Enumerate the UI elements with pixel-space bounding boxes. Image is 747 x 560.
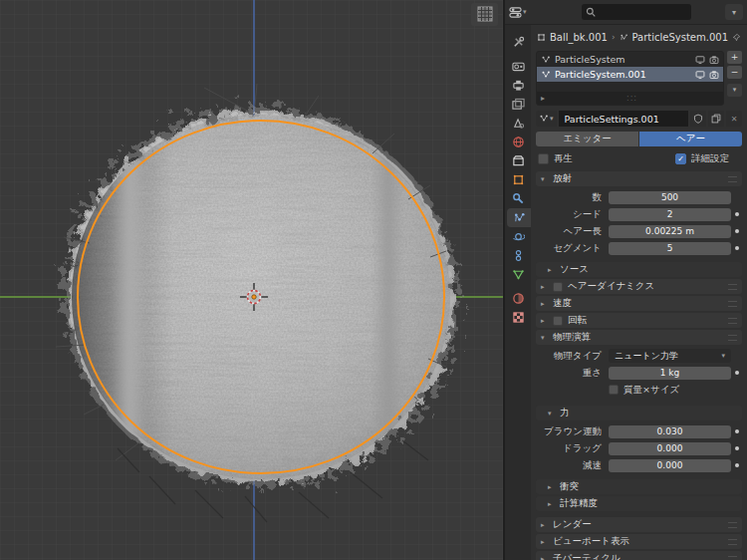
panel-grip[interactable] — [728, 522, 737, 528]
hair-dynamics-checkbox[interactable] — [553, 282, 563, 292]
brownian-field[interactable]: 0.030 — [609, 425, 731, 438]
panel-grip[interactable] — [728, 335, 737, 341]
drag-field[interactable]: 0.000 — [609, 442, 731, 455]
physics-type-row: 物理タイプ ニュートン力学 ▾ — [536, 349, 742, 363]
keyframe-dot[interactable] — [735, 429, 739, 433]
tab-texture[interactable] — [505, 308, 531, 327]
physics-type-value: ニュートン力学 — [615, 350, 678, 363]
keyframe-dot[interactable] — [735, 463, 739, 467]
seed-row: シード 2 — [536, 207, 742, 221]
camera-icon[interactable] — [709, 55, 719, 65]
tab-scene[interactable] — [505, 114, 531, 133]
browse-settings-button[interactable]: ▾ — [536, 111, 557, 127]
list-footer: ▸ ::: — [537, 92, 723, 105]
tab-particles-active[interactable] — [507, 208, 531, 227]
keyframe-dot[interactable] — [735, 229, 739, 233]
add-particle-system-button[interactable]: + — [727, 51, 742, 64]
panel-emission[interactable]: ▾ 放射 — [536, 171, 742, 186]
segments-field[interactable]: 5 — [609, 242, 731, 255]
seed-field[interactable]: 2 — [609, 208, 731, 221]
particles-icon — [539, 114, 549, 124]
panel-grip[interactable] — [728, 284, 737, 290]
monitor-icon[interactable] — [695, 55, 705, 65]
tab-view-layer[interactable] — [505, 95, 531, 114]
panel-source[interactable]: ▸ ソース — [536, 262, 742, 277]
editor-type-button[interactable]: ▾ — [509, 6, 527, 19]
panel-render[interactable]: ▸ レンダー — [536, 517, 742, 532]
tab-constraints[interactable] — [505, 246, 531, 265]
panel-forces[interactable]: ▾ 力 — [536, 406, 742, 420]
damp-field[interactable]: 0.000 — [609, 459, 731, 472]
number-row: 数 500 — [536, 190, 742, 204]
chevron-right-icon: ▸ — [541, 317, 548, 325]
resize-grip[interactable]: ::: — [626, 94, 637, 103]
panel-grip[interactable] — [728, 318, 737, 324]
specials-menu-button[interactable]: ▾ — [727, 84, 742, 97]
tab-modifiers[interactable] — [505, 189, 531, 208]
panel-grip[interactable] — [728, 176, 737, 182]
chevron-right-icon[interactable]: ▸ — [541, 94, 545, 103]
tab-physics[interactable] — [505, 227, 531, 246]
chevron-down-icon: ▾ — [732, 8, 736, 17]
tab-emitter[interactable]: エミッター — [536, 132, 638, 146]
regrow-checkbox[interactable] — [538, 153, 549, 164]
breadcrumb-object[interactable]: Ball_bk.001 — [550, 32, 608, 43]
tab-hair[interactable]: ヘアー — [639, 132, 742, 146]
hair-options-row: 再生 ✓ 詳細設定 — [538, 152, 742, 165]
tab-object[interactable] — [505, 170, 531, 189]
monitor-icon[interactable] — [695, 70, 705, 80]
panel-physics[interactable]: ▾ 物理演算 — [536, 330, 742, 345]
breadcrumb-particle-system[interactable]: ParticleSystem.001 — [632, 32, 729, 43]
panel-integration[interactable]: ▸ 計算精度 — [536, 496, 742, 511]
unlink-button[interactable]: ✕ — [726, 111, 742, 127]
scene-icon — [512, 117, 525, 130]
settings-name-field[interactable]: ParticleSettings.001 — [559, 111, 688, 127]
fake-user-button[interactable] — [690, 111, 706, 127]
pin-icon[interactable] — [732, 32, 741, 43]
search-input[interactable] — [599, 7, 678, 17]
search-box[interactable] — [582, 4, 691, 20]
new-copy-button[interactable] — [708, 111, 724, 127]
tab-render[interactable] — [505, 57, 531, 76]
keyframe-dot[interactable] — [735, 246, 739, 250]
panel-grip[interactable] — [728, 539, 737, 545]
panel-emission-title: 放射 — [553, 172, 572, 185]
panel-grip[interactable] — [728, 301, 737, 307]
shield-icon — [693, 114, 703, 124]
panel-children[interactable]: ▸ 子パーティクル — [536, 551, 742, 560]
panel-velocity[interactable]: ▸ 速度 — [536, 296, 742, 311]
camera-icon[interactable] — [709, 70, 719, 80]
keyframe-dot[interactable] — [735, 371, 739, 375]
tab-material[interactable] — [505, 289, 531, 308]
panel-rotation[interactable]: ▸ 回転 — [536, 313, 742, 328]
hair-length-field[interactable]: 0.00225 m — [609, 225, 731, 238]
keyframe-dot[interactable] — [735, 446, 739, 450]
list-item[interactable]: ParticleSystem — [537, 52, 723, 67]
panel-hair-dynamics[interactable]: ▸ ヘアーダイナミクス — [536, 279, 742, 294]
mass-field[interactable]: 1 kg — [609, 367, 731, 380]
tab-output[interactable] — [505, 76, 531, 95]
particles-icon — [541, 55, 551, 65]
panel-collision[interactable]: ▸ 衝突 — [536, 479, 742, 494]
chevron-down-icon: ▾ — [550, 115, 554, 123]
breadcrumb: Ball_bk.001 › ParticleSystem.001 — [531, 25, 747, 49]
tab-tool[interactable] — [505, 33, 531, 52]
panel-grip[interactable] — [728, 556, 737, 560]
tab-world[interactable] — [505, 133, 531, 151]
brownian-row: ブラウン運動 0.030 — [536, 424, 742, 438]
filter-dropdown-button[interactable]: ▾ — [725, 4, 743, 20]
advanced-checkbox[interactable]: ✓ — [675, 153, 686, 164]
rotation-checkbox[interactable] — [553, 316, 563, 326]
3d-viewport[interactable] — [0, 0, 503, 560]
viewport-grid-button[interactable] — [471, 3, 498, 26]
keyframe-dot[interactable] — [735, 212, 739, 216]
images-icon — [512, 98, 525, 111]
tab-object-data[interactable] — [505, 265, 531, 284]
panel-viewport-display[interactable]: ▸ ビューポート表示 — [536, 534, 742, 549]
mass-multiply-checkbox[interactable] — [609, 385, 619, 395]
list-item-selected[interactable]: ParticleSystem.001 — [537, 67, 723, 82]
tab-collection[interactable] — [505, 151, 531, 170]
physics-type-dropdown[interactable]: ニュートン力学 ▾ — [609, 349, 731, 363]
number-field[interactable]: 500 — [609, 191, 731, 204]
remove-particle-system-button[interactable]: − — [727, 66, 742, 79]
